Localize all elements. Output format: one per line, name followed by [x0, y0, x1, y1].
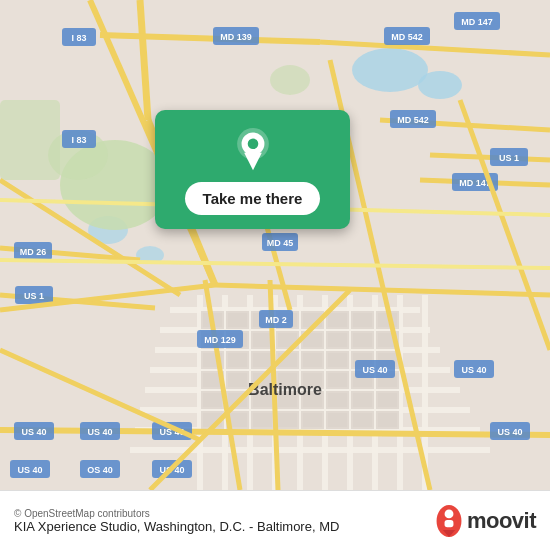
popup-card: Take me there [155, 110, 350, 229]
svg-rect-72 [326, 411, 349, 429]
svg-rect-69 [251, 411, 274, 429]
svg-text:US 40: US 40 [17, 465, 42, 475]
svg-marker-147 [244, 153, 262, 171]
svg-text:OS 40: OS 40 [87, 465, 113, 475]
svg-text:US 1: US 1 [24, 291, 44, 301]
svg-text:MD 542: MD 542 [397, 115, 429, 125]
svg-rect-70 [276, 411, 299, 429]
svg-text:MD 542: MD 542 [391, 32, 423, 42]
svg-point-1 [352, 48, 428, 92]
svg-text:MD 45: MD 45 [267, 238, 294, 248]
svg-text:MD 26: MD 26 [20, 247, 47, 257]
svg-text:US 40: US 40 [497, 427, 522, 437]
svg-text:US 40: US 40 [21, 427, 46, 437]
svg-rect-150 [444, 520, 453, 527]
svg-point-149 [444, 509, 453, 518]
svg-text:US 40: US 40 [362, 365, 387, 375]
bottom-bar-info: © OpenStreetMap contributors KIA Xperien… [14, 508, 339, 534]
svg-rect-74 [376, 411, 399, 429]
svg-rect-52 [226, 371, 249, 389]
svg-rect-71 [301, 411, 324, 429]
svg-point-2 [418, 71, 462, 99]
moovit-pin-icon [435, 505, 463, 537]
svg-rect-47 [301, 351, 324, 369]
svg-rect-41 [351, 331, 374, 349]
svg-rect-28 [226, 311, 249, 329]
svg-rect-65 [351, 391, 374, 409]
svg-rect-48 [326, 351, 349, 369]
svg-text:I 83: I 83 [71, 33, 86, 43]
svg-text:US 1: US 1 [499, 153, 519, 163]
svg-rect-40 [326, 331, 349, 349]
location-pin-icon [231, 128, 275, 172]
bottom-bar: © OpenStreetMap contributors KIA Xperien… [0, 490, 550, 550]
osm-credit: © OpenStreetMap contributors [14, 508, 339, 519]
svg-text:MD 147: MD 147 [461, 17, 493, 27]
svg-point-146 [247, 139, 258, 150]
svg-rect-7 [0, 100, 60, 180]
svg-text:MD 139: MD 139 [220, 32, 252, 42]
map-svg: I 83 I 83 MD 139 MD 542 MD 147 MD 542 US… [0, 0, 550, 490]
moovit-logo: moovit [435, 505, 536, 537]
svg-text:MD 129: MD 129 [204, 335, 236, 345]
svg-rect-33 [351, 311, 374, 329]
svg-text:US 40: US 40 [461, 365, 486, 375]
place-name: KIA Xperience Studio, Washington, D.C. -… [14, 519, 339, 534]
svg-text:MD 2: MD 2 [265, 315, 287, 325]
svg-rect-64 [326, 391, 349, 409]
svg-text:US 40: US 40 [87, 427, 112, 437]
svg-rect-56 [326, 371, 349, 389]
svg-rect-73 [351, 411, 374, 429]
svg-text:I 83: I 83 [71, 135, 86, 145]
svg-rect-59 [201, 391, 224, 409]
map-container: I 83 I 83 MD 139 MD 542 MD 147 MD 542 US… [0, 0, 550, 490]
moovit-logo-text: moovit [467, 508, 536, 534]
svg-point-8 [270, 65, 310, 95]
take-me-there-button[interactable]: Take me there [185, 182, 321, 215]
svg-rect-44 [226, 351, 249, 369]
svg-rect-66 [376, 391, 399, 409]
